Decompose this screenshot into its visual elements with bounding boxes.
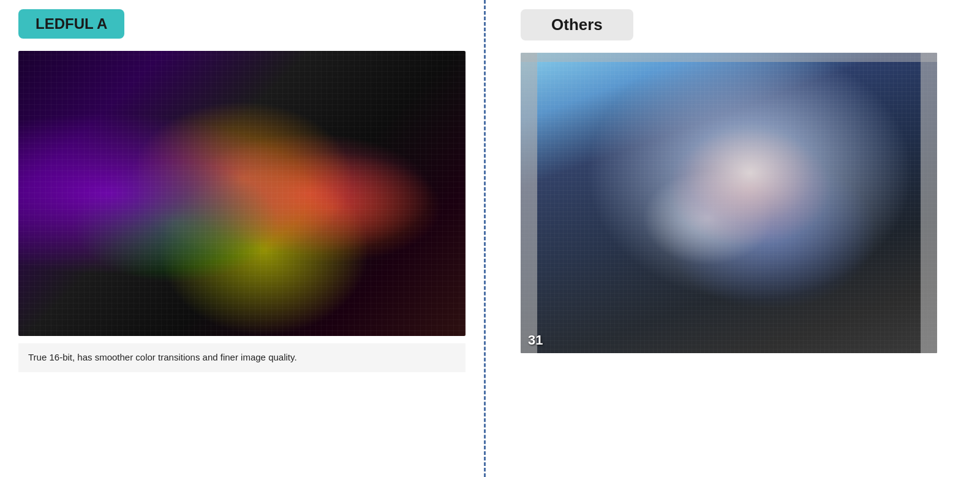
right-image-wrapper: 31 [521,53,937,353]
others-badge: Others [521,9,633,40]
image-number-label: 31 [528,332,543,348]
right-image-container [521,53,937,353]
left-product-image [18,51,466,336]
left-column: LEDFUL A True 16-bit, has smoother color… [0,0,484,477]
brand-badge: LEDFUL A [18,9,124,39]
left-caption: True 16-bit, has smoother color transiti… [18,343,466,372]
vertical-divider [484,0,486,477]
left-image-container [18,51,466,336]
right-product-image [521,53,937,353]
page-container: LEDFUL A True 16-bit, has smoother color… [0,0,980,477]
right-column: Others 31 [484,0,980,477]
